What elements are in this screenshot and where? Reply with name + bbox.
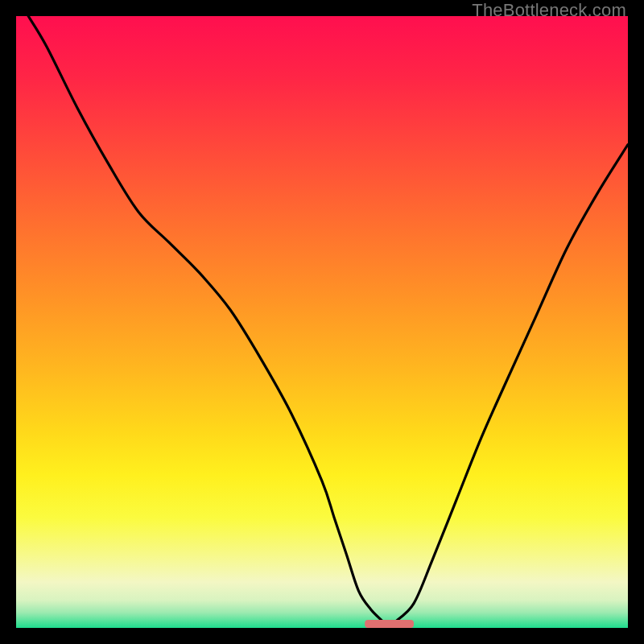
gradient-background (16, 16, 628, 628)
plot-area (16, 16, 628, 628)
optimal-marker (365, 620, 414, 628)
watermark-text: TheBottleneck.com (472, 0, 626, 21)
chart-frame: TheBottleneck.com (0, 0, 644, 644)
bottleneck-chart (16, 16, 628, 628)
